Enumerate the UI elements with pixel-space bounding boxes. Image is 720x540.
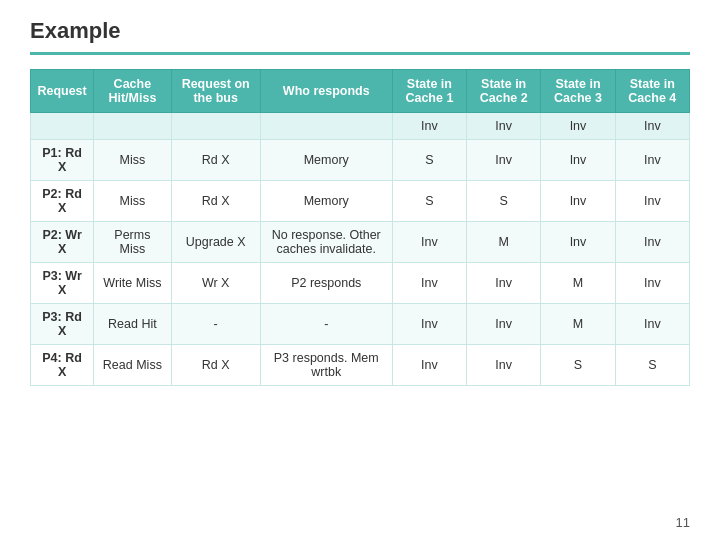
cell-cache: Miss bbox=[94, 181, 171, 222]
cell-c4: Inv bbox=[615, 181, 689, 222]
cell-c3: M bbox=[541, 304, 615, 345]
cell-request: P3: Rd X bbox=[31, 304, 94, 345]
cell-who: Memory bbox=[260, 140, 392, 181]
cell-c3: Inv bbox=[541, 113, 615, 140]
cell-who: - bbox=[260, 304, 392, 345]
cell-request: P4: Rd X bbox=[31, 345, 94, 386]
cell-who bbox=[260, 113, 392, 140]
cell-c2: Inv bbox=[467, 140, 541, 181]
col-request-on-bus: Request on the bus bbox=[171, 70, 260, 113]
cell-c4: Inv bbox=[615, 263, 689, 304]
cell-c1: S bbox=[392, 140, 466, 181]
cell-bus: Wr X bbox=[171, 263, 260, 304]
cell-c1: Inv bbox=[392, 263, 466, 304]
page-number: 11 bbox=[30, 511, 690, 530]
cell-c3: M bbox=[541, 263, 615, 304]
cell-c2: Inv bbox=[467, 345, 541, 386]
col-cache4: State in Cache 4 bbox=[615, 70, 689, 113]
cell-c4: Inv bbox=[615, 222, 689, 263]
cell-request: P2: Wr X bbox=[31, 222, 94, 263]
cell-c3: Inv bbox=[541, 222, 615, 263]
col-cache3: State in Cache 3 bbox=[541, 70, 615, 113]
cell-c2: Inv bbox=[467, 304, 541, 345]
cell-bus: Rd X bbox=[171, 140, 260, 181]
cell-c4: S bbox=[615, 345, 689, 386]
cell-c4: Inv bbox=[615, 140, 689, 181]
cell-cache bbox=[94, 113, 171, 140]
table-row: P3: Wr XWrite MissWr XP2 respondsInvInvM… bbox=[31, 263, 690, 304]
col-cache-hit-miss: Cache Hit/Miss bbox=[94, 70, 171, 113]
cell-request: P3: Wr X bbox=[31, 263, 94, 304]
col-who-responds: Who responds bbox=[260, 70, 392, 113]
table-row: P2: Rd XMissRd XMemorySSInvInv bbox=[31, 181, 690, 222]
cell-c2: S bbox=[467, 181, 541, 222]
cell-c1: Inv bbox=[392, 113, 466, 140]
col-request: Request bbox=[31, 70, 94, 113]
table-row: P3: Rd XRead Hit--InvInvMInv bbox=[31, 304, 690, 345]
cell-cache: Write Miss bbox=[94, 263, 171, 304]
page: Example Request Cache Hit/Miss Request o… bbox=[0, 0, 720, 540]
col-cache2: State in Cache 2 bbox=[467, 70, 541, 113]
table-row: InvInvInvInv bbox=[31, 113, 690, 140]
cache-table: Request Cache Hit/Miss Request on the bu… bbox=[30, 69, 690, 386]
cell-who: No response. Other caches invalidate. bbox=[260, 222, 392, 263]
cell-request: P2: Rd X bbox=[31, 181, 94, 222]
cell-c1: Inv bbox=[392, 304, 466, 345]
cell-bus: - bbox=[171, 304, 260, 345]
cell-cache: Perms Miss bbox=[94, 222, 171, 263]
cell-c1: Inv bbox=[392, 222, 466, 263]
col-cache1: State in Cache 1 bbox=[392, 70, 466, 113]
table-header-row: Request Cache Hit/Miss Request on the bu… bbox=[31, 70, 690, 113]
cell-cache: Read Hit bbox=[94, 304, 171, 345]
cell-c1: S bbox=[392, 181, 466, 222]
table-row: P4: Rd XRead MissRd XP3 responds. Mem wr… bbox=[31, 345, 690, 386]
cell-cache: Miss bbox=[94, 140, 171, 181]
cell-c4: Inv bbox=[615, 304, 689, 345]
cell-cache: Read Miss bbox=[94, 345, 171, 386]
cell-c4: Inv bbox=[615, 113, 689, 140]
cell-bus: Rd X bbox=[171, 181, 260, 222]
cell-bus: Upgrade X bbox=[171, 222, 260, 263]
cell-c2: Inv bbox=[467, 263, 541, 304]
cell-request: P1: Rd X bbox=[31, 140, 94, 181]
cell-c2: Inv bbox=[467, 113, 541, 140]
cell-bus bbox=[171, 113, 260, 140]
cell-bus: Rd X bbox=[171, 345, 260, 386]
page-title: Example bbox=[30, 18, 690, 44]
cell-c2: M bbox=[467, 222, 541, 263]
cell-who: Memory bbox=[260, 181, 392, 222]
cell-c3: S bbox=[541, 345, 615, 386]
cell-who: P2 responds bbox=[260, 263, 392, 304]
cell-who: P3 responds. Mem wrtbk bbox=[260, 345, 392, 386]
table-row: P1: Rd XMissRd XMemorySInvInvInv bbox=[31, 140, 690, 181]
table-row: P2: Wr XPerms MissUpgrade XNo response. … bbox=[31, 222, 690, 263]
cell-c3: Inv bbox=[541, 181, 615, 222]
cell-c3: Inv bbox=[541, 140, 615, 181]
cell-request bbox=[31, 113, 94, 140]
cell-c1: Inv bbox=[392, 345, 466, 386]
divider bbox=[30, 52, 690, 55]
